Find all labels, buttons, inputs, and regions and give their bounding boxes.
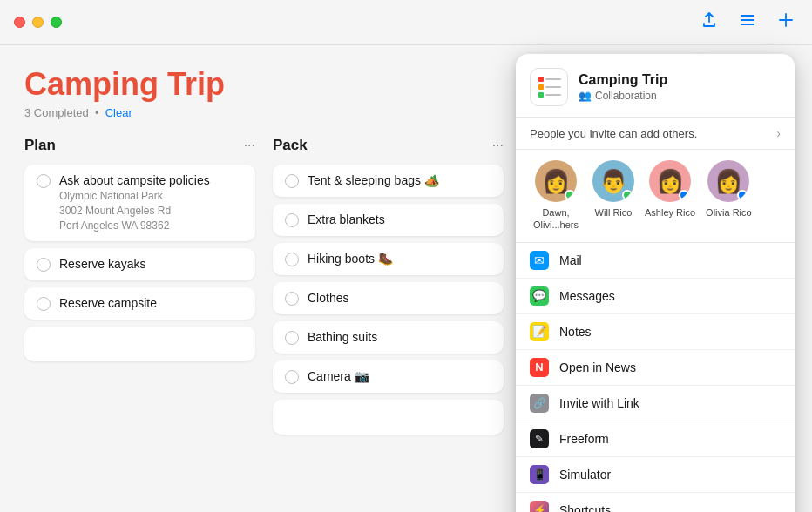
column-pack-title: Pack xyxy=(273,137,308,154)
item-text: Tent & sleeping bags 🏕️ xyxy=(308,173,491,187)
avatar-item-dawn[interactable]: 👩 Dawn, Olivi...hers xyxy=(530,160,582,232)
menu-item-shortcuts[interactable]: ⚡ Shortcuts xyxy=(516,493,795,512)
list-item[interactable]: Bathing suits xyxy=(273,321,504,354)
status-dot-ashley xyxy=(679,190,689,200)
toolbar-right xyxy=(697,8,798,37)
clear-button[interactable]: Clear xyxy=(105,106,132,119)
list-item[interactable]: Reserve campsite xyxy=(24,287,255,320)
status-dot-dawn xyxy=(565,190,575,200)
item-text: Hiking boots 🥾 xyxy=(308,252,491,266)
menu-item-link[interactable]: 🔗 Invite with Link xyxy=(516,386,795,421)
list-item[interactable]: Ask about campsite policies Olympic Nati… xyxy=(24,165,255,241)
checkbox[interactable] xyxy=(285,174,299,188)
traffic-lights xyxy=(14,17,62,28)
simulator-icon: 📱 xyxy=(530,465,549,484)
svg-rect-3 xyxy=(545,78,561,80)
popup-title: Camping Trip xyxy=(579,72,781,88)
avatar-label-dawn: Dawn, Olivi...hers xyxy=(530,206,582,232)
menu-label-news: Open in News xyxy=(559,360,636,374)
menu-item-freeform[interactable]: ✎ Freeform xyxy=(516,421,795,457)
menu-label-freeform: Freeform xyxy=(559,432,609,446)
item-sub-text: Olympic National Park3002 Mount Angeles … xyxy=(59,189,243,232)
menu-item-mail[interactable]: ✉ Mail xyxy=(516,243,795,279)
close-button[interactable] xyxy=(14,17,25,28)
avatar-olivia: 👩 xyxy=(707,160,749,202)
avatars-row: 👩 Dawn, Olivi...hers 👨 Will Rico 👩 Ashle… xyxy=(516,150,795,243)
list-item[interactable]: Reserve kayaks xyxy=(24,248,255,280)
checkbox[interactable] xyxy=(285,331,299,345)
item-text: Clothes xyxy=(308,291,491,305)
avatar-item-olivia[interactable]: 👩 Olivia Rico xyxy=(706,160,752,232)
list-item[interactable]: Tent & sleeping bags 🏕️ xyxy=(273,165,504,197)
completed-count: 3 Completed xyxy=(24,106,89,119)
status-dot-olivia xyxy=(737,190,748,200)
list-item-empty[interactable] xyxy=(24,327,255,361)
menu-label-link: Invite with Link xyxy=(559,396,639,410)
mail-icon: ✉ xyxy=(530,251,549,270)
svg-rect-5 xyxy=(545,94,561,96)
menu-item-news[interactable]: N Open in News xyxy=(516,350,795,386)
avatar-item-will[interactable]: 👨 Will Rico xyxy=(592,160,634,232)
avatar-dawn: 👩 xyxy=(535,160,577,202)
item-text: Extra blankets xyxy=(308,212,491,226)
popup-icon xyxy=(530,68,568,106)
minimize-button[interactable] xyxy=(32,17,44,28)
list-item[interactable]: Hiking boots 🥾 xyxy=(273,243,504,275)
avatar-will: 👨 xyxy=(592,160,634,202)
invite-message: People you invite can add others. xyxy=(530,127,697,140)
chevron-right-icon: › xyxy=(776,126,781,140)
list-item-empty[interactable] xyxy=(273,400,504,435)
avatar-item-ashley[interactable]: 👩 Ashley Rico xyxy=(645,160,695,232)
menu-item-notes[interactable]: 📝 Notes xyxy=(516,314,795,350)
news-icon: N xyxy=(530,358,549,377)
avatar-label-will: Will Rico xyxy=(595,206,633,219)
menu-label-shortcuts: Shortcuts xyxy=(559,503,611,512)
list-item[interactable]: Extra blankets xyxy=(273,204,504,236)
avatar-ashley: 👩 xyxy=(649,160,691,202)
item-text: Reserve campsite xyxy=(59,296,243,310)
menu-label-notes: Notes xyxy=(559,325,592,339)
svg-rect-0 xyxy=(538,77,544,82)
checkbox[interactable] xyxy=(285,292,299,306)
svg-rect-1 xyxy=(538,84,544,90)
item-text: Reserve kayaks xyxy=(59,257,243,271)
maximize-button[interactable] xyxy=(51,17,62,28)
checkbox[interactable] xyxy=(285,370,299,384)
avatar-label-olivia: Olivia Rico xyxy=(706,206,752,219)
column-plan-header: Plan ··· xyxy=(24,137,255,154)
checkbox[interactable] xyxy=(37,174,51,188)
add-button[interactable] xyxy=(774,8,798,37)
item-text: Camera 📷 xyxy=(308,369,491,383)
menu-item-messages[interactable]: 💬 Messages xyxy=(516,279,795,314)
checkbox[interactable] xyxy=(37,258,51,272)
invite-row[interactable]: People you invite can add others. › xyxy=(516,118,795,150)
column-plan-more[interactable]: ··· xyxy=(244,138,255,153)
link-icon: 🔗 xyxy=(530,394,549,413)
list-item[interactable]: Camera 📷 xyxy=(273,360,504,393)
column-plan-title: Plan xyxy=(24,137,56,154)
column-plan: Plan ··· Ask about campsite policies Oly… xyxy=(24,137,255,441)
messages-icon: 💬 xyxy=(530,286,549,306)
menu-item-simulator[interactable]: 📱 Simulator xyxy=(516,457,795,493)
checkbox[interactable] xyxy=(37,297,51,311)
main-content: Camping Trip 3 Completed • Clear Plan ··… xyxy=(0,45,812,512)
item-text: Bathing suits xyxy=(308,330,491,344)
popup-title-area: Camping Trip 👥 Collaboration xyxy=(579,72,781,102)
menu-label-simulator: Simulator xyxy=(559,468,611,482)
menu-label-mail: Mail xyxy=(559,253,582,267)
list-view-button[interactable] xyxy=(735,8,760,37)
checkbox[interactable] xyxy=(285,213,299,227)
column-pack-header: Pack ··· xyxy=(273,137,504,154)
popup-subtitle: 👥 Collaboration xyxy=(579,90,781,102)
share-button[interactable] xyxy=(697,8,721,37)
popup-header: Camping Trip 👥 Collaboration xyxy=(516,54,795,118)
notes-icon: 📝 xyxy=(530,322,549,341)
list-item[interactable]: Clothes xyxy=(273,282,504,314)
item-text: Ask about campsite policies Olympic Nati… xyxy=(59,173,243,232)
freeform-icon: ✎ xyxy=(530,429,549,448)
share-popup: Camping Trip 👥 Collaboration People you … xyxy=(516,54,795,512)
checkbox[interactable] xyxy=(285,253,299,266)
svg-rect-4 xyxy=(545,86,561,88)
svg-rect-2 xyxy=(538,92,544,98)
column-pack-more[interactable]: ··· xyxy=(492,138,504,153)
